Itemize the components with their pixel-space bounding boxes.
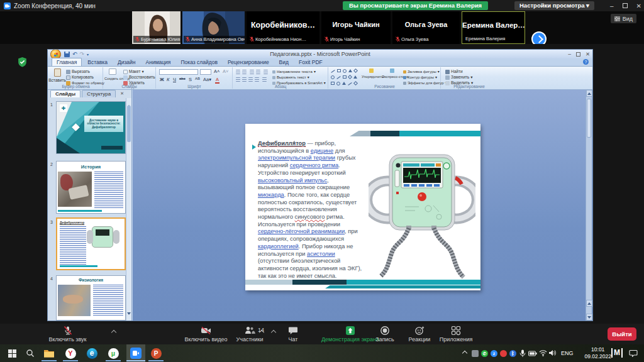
help-icon[interactable]: ? — [583, 59, 589, 65]
slide-hyperlink[interactable]: высоковольтный импульс — [258, 177, 327, 184]
tab-insert[interactable]: Вставка — [83, 58, 112, 66]
numbering-icon[interactable] — [242, 70, 247, 74]
layout-button[interactable]: Макет ▾ — [123, 69, 144, 74]
participant-tile[interactable]: Коробейников… Коробейникова Нион… — [247, 11, 319, 44]
font-size-combo[interactable] — [200, 69, 211, 75]
view-settings-button[interactable]: Настройки просмотра ▾ — [514, 1, 594, 10]
slide-thumbnail-4[interactable]: Физиология — [56, 275, 126, 321]
slide-thumbnail-2[interactable]: История — [56, 161, 126, 214]
copy-button[interactable]: Копировать — [66, 75, 94, 80]
tab-foxit-pdf[interactable]: Foxit PDF — [294, 58, 327, 66]
font-name-combo[interactable] — [159, 69, 198, 75]
paste-button[interactable]: Вставить — [51, 69, 64, 83]
tab-view[interactable]: Вид — [275, 58, 293, 66]
panel-close-icon[interactable]: ✕ — [120, 91, 124, 96]
underline-button[interactable]: Ч — [172, 77, 177, 82]
yandex-browser-icon[interactable]: Y — [64, 347, 77, 359]
ppt-maximize-button[interactable] — [576, 52, 580, 57]
quick-styles-button[interactable]: Экспресс-стили — [382, 69, 402, 79]
participant-tile[interactable]: Буренькова Юлия — [132, 11, 180, 44]
utorrent-icon[interactable]: µ — [107, 347, 119, 359]
line-spacing-icon[interactable] — [264, 70, 268, 74]
participant-tile-active-speaker[interactable]: Еремина Валер… Еремина Валерия — [462, 11, 525, 44]
reactions-button[interactable]: Реакции — [404, 326, 435, 343]
redo-icon[interactable]: ↷ — [80, 51, 85, 57]
slide-hyperlink[interactable]: сердечного ритма — [290, 162, 338, 168]
tab-review[interactable]: Рецензирование — [223, 58, 274, 66]
taskbar-clock[interactable]: 10:01 09.02.2022 — [584, 346, 611, 360]
tab-home[interactable]: Главная — [52, 58, 82, 66]
record-button[interactable]: Запись — [370, 326, 400, 343]
tray-m-app-icon[interactable]: М — [611, 348, 623, 358]
panel-tab-outline[interactable]: Структура — [82, 90, 116, 97]
participant-tile[interactable]: Игорь Чайкин Игорь Чайкин — [321, 11, 391, 44]
tray-zoom-icon[interactable]: z — [491, 350, 497, 357]
tray-wifi-icon[interactable] — [539, 349, 547, 356]
unmute-button[interactable]: Включить звук — [19, 326, 116, 343]
slide-hyperlink[interactable]: кардиоплегией — [258, 243, 299, 250]
main-scrollbar[interactable] — [586, 90, 592, 321]
previous-slide-button[interactable] — [586, 300, 592, 307]
strikethrough-button[interactable]: abc — [179, 77, 186, 80]
ppt-minimize-button[interactable]: – — [568, 51, 571, 57]
tray-app2-icon[interactable] — [500, 350, 507, 357]
increase-indent-icon[interactable] — [256, 70, 260, 74]
shadow-button[interactable]: S — [188, 77, 192, 82]
bold-button[interactable]: Ж — [159, 77, 165, 82]
justify-icon[interactable] — [255, 77, 259, 82]
italic-button[interactable]: К — [166, 77, 170, 82]
tray-battery-icon[interactable] — [528, 351, 537, 356]
reset-button[interactable]: Восстановить — [123, 75, 155, 80]
minimize-button[interactable]: – — [610, 3, 614, 9]
cut-button[interactable]: Вырезать — [66, 69, 90, 74]
slide-hyperlink[interactable]: асистолии — [307, 251, 335, 257]
align-text-button[interactable]: Выровнять текст ▾ — [272, 75, 309, 80]
tray-whatsapp-icon[interactable]: ✆ — [481, 350, 488, 357]
panel-tab-slides[interactable]: Слайды — [50, 90, 80, 97]
ppt-close-button[interactable]: ✕ — [586, 51, 590, 57]
shape-outline-button[interactable]: Контур фигуры ▾ — [403, 75, 437, 80]
language-indicator[interactable]: ENG — [561, 350, 574, 356]
align-right-icon[interactable] — [248, 77, 253, 82]
start-button[interactable] — [6, 347, 18, 359]
participants-button[interactable]: 14 Участники — [221, 326, 278, 343]
tray-app-icon[interactable] — [472, 350, 479, 357]
close-button[interactable]: ✕ — [636, 3, 641, 9]
align-left-icon[interactable] — [236, 77, 240, 82]
tray-mic-icon[interactable] — [519, 349, 526, 358]
leave-meeting-button[interactable]: Выйти — [608, 327, 636, 341]
text-direction-button[interactable]: Направление текста ▾ — [272, 69, 316, 74]
file-explorer-icon[interactable] — [43, 347, 55, 359]
action-center-icon[interactable] — [629, 349, 638, 357]
replace-button[interactable]: Заменить ▾ — [445, 75, 472, 80]
panel-scrollbar-thumb[interactable] — [127, 106, 131, 142]
bullets-icon[interactable] — [236, 70, 240, 74]
slide-hyperlink[interactable]: едицине — [311, 148, 333, 154]
tab-design[interactable]: Дизайн — [113, 58, 140, 66]
panel-scrollbar[interactable] — [126, 98, 131, 321]
slide-thumbnail-1[interactable]: ✚ Достижение науки в области безопасност… — [56, 101, 126, 154]
align-center-icon[interactable] — [242, 77, 247, 82]
next-slide-button[interactable] — [586, 314, 592, 321]
apps-button[interactable]: Приложения — [437, 326, 475, 343]
audio-options-chevron[interactable] — [111, 330, 116, 335]
change-case-button[interactable]: Aa▾ — [203, 77, 212, 82]
shape-fill-button[interactable]: Заливка фигуры ▾ — [403, 69, 440, 74]
grow-font-button[interactable]: А˄ — [213, 69, 220, 74]
qat-dropdown-icon[interactable]: ▾ — [87, 52, 89, 57]
current-slide[interactable]: Дефибрилля́тор — прибор, использующийся … — [245, 124, 480, 290]
participant-tile[interactable]: Ольга Зуева Ольга Зуева — [392, 11, 460, 44]
participant-tile[interactable]: Анна Владимировна Овч… — [182, 11, 245, 44]
shrink-font-button[interactable]: А˅ — [222, 69, 229, 74]
view-button[interactable]: Вид — [611, 14, 636, 23]
zoom-taskbar-active[interactable] — [126, 344, 145, 362]
maximize-button[interactable] — [623, 3, 628, 8]
character-spacing-button[interactable]: АВ — [194, 77, 201, 80]
undo-icon[interactable]: ↶ — [72, 51, 77, 57]
slide-hyperlink[interactable]: сердечно-лёгочной реанимации — [258, 228, 345, 234]
tray-show-hidden-icon[interactable] — [462, 347, 468, 359]
slide-hyperlink[interactable]: миокарда — [258, 192, 284, 198]
font-color-button[interactable]: А — [215, 77, 219, 84]
new-slide-button[interactable]: Создать слайд — [104, 69, 121, 81]
main-scrollbar-thumb[interactable] — [587, 99, 591, 138]
